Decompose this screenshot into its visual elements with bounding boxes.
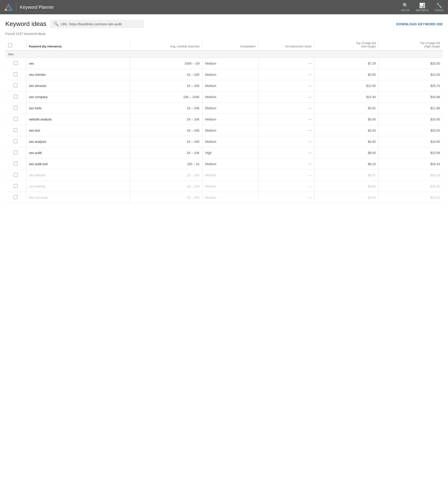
adshare-cell: — — [258, 80, 315, 91]
row-checkbox[interactable] — [14, 195, 18, 199]
table-row[interactable]: seo ranking1K – 10KMedium—$4.50$15.30 — [5, 181, 443, 192]
competition-cell: Medium — [202, 158, 258, 170]
avg-cell: 100 – 1K — [130, 158, 202, 170]
nav-goto[interactable]: 🔍 GO TO — [401, 3, 410, 12]
bid-low-cell: $5.00 — [315, 114, 379, 125]
app-title: Keyword Planner — [20, 5, 54, 10]
table-row[interactable]: seo100K – 1MMedium—$7.29$20.00 — [5, 58, 443, 69]
col-check-header[interactable] — [5, 39, 26, 50]
avg-cell: 1K – 10K — [130, 147, 202, 158]
select-all-checkbox[interactable] — [8, 43, 12, 47]
adshare-cell: — — [258, 114, 315, 125]
bid-high-cell: $20.00 — [379, 125, 443, 136]
table-row[interactable]: free seo tools1K – 10KMedium—$3.00$12.21 — [5, 192, 443, 203]
table-row[interactable]: seo checker1K – 10KMedium—$3.00$10.00 — [5, 69, 443, 80]
avg-cell: 100K – 1M — [130, 58, 202, 69]
avg-cell: 1K – 10K — [130, 192, 202, 203]
col-avg-header[interactable]: Avg. monthly searches — [130, 39, 202, 50]
avg-cell: 1K – 10K — [130, 69, 202, 80]
avg-cell: 1K – 10K — [130, 181, 202, 192]
table-row[interactable]: seo tools1K – 10KMedium—$3.82$11.68 — [5, 103, 443, 114]
download-keyword-button[interactable]: DOWNLOAD KEYWORD IDE — [396, 22, 443, 26]
avg-cell: 1K – 10K — [130, 170, 202, 181]
row-checkbox[interactable] — [14, 139, 18, 143]
row-checkbox[interactable] — [14, 61, 18, 65]
bid-low-cell: $3.00 — [315, 69, 379, 80]
competition-cell: Medium — [202, 91, 258, 103]
bid-high-cell: $11.68 — [379, 103, 443, 114]
bid-high-cell: $25.74 — [379, 80, 443, 91]
row-checkbox-cell[interactable] — [5, 125, 26, 136]
table-row[interactable]: website analysis1K – 10KMedium—$5.00$20.… — [5, 114, 443, 125]
nav-tools[interactable]: 🔧 TOOLS — [435, 3, 444, 12]
adshare-cell: — — [258, 170, 315, 181]
row-checkbox-cell[interactable] — [5, 103, 26, 114]
svg-point-3 — [10, 9, 12, 11]
table-row[interactable]: seo website1K – 10KMedium—$6.47$20.24 — [5, 170, 443, 181]
app-header: Keyword Planner 🔍 GO TO 📊 REPORTS 🔧 TOOL… — [0, 0, 448, 14]
col-adshare-header[interactable]: Ad impression share — [258, 39, 315, 50]
competition-cell: Medium — [202, 170, 258, 181]
table-row[interactable]: seo audit tool100 – 1KMedium—$6.23$20.43 — [5, 158, 443, 170]
keyword-cell: seo audit — [26, 147, 130, 158]
col-keyword-header[interactable]: Keyword (by relevance) — [26, 39, 130, 50]
nav-reports[interactable]: 📊 REPORTS — [416, 3, 428, 12]
adshare-cell: — — [258, 91, 315, 103]
svg-point-2 — [5, 9, 7, 11]
search-bar[interactable]: 🔍 URL: https://backlinko.com/seo-site-au… — [50, 20, 144, 28]
bid-high-cell: $20.00 — [379, 58, 443, 69]
bid-low-cell: $4.83 — [315, 136, 379, 147]
row-checkbox[interactable] — [14, 106, 18, 110]
keyword-cell: seo test — [26, 125, 130, 136]
row-checkbox[interactable] — [14, 117, 18, 121]
row-checkbox[interactable] — [14, 128, 18, 132]
table-row[interactable]: seo analysis1K – 10KMedium—$4.83$18.00 — [5, 136, 443, 147]
row-checkbox-cell[interactable] — [5, 69, 26, 80]
table-row[interactable]: seo services1K – 10KMedium—$12.00$25.74 — [5, 80, 443, 91]
page-header: Keyword ideas 🔍 URL: https://backlinko.c… — [5, 20, 443, 28]
competition-cell: Medium — [202, 125, 258, 136]
row-checkbox[interactable] — [14, 72, 18, 76]
page-content: Keyword ideas 🔍 URL: https://backlinko.c… — [0, 14, 448, 203]
col-bid-low-header[interactable]: Top of page bid(low range) — [315, 39, 379, 50]
row-checkbox[interactable] — [14, 150, 18, 155]
bid-high-cell: $20.43 — [379, 158, 443, 170]
bid-low-cell: $15.44 — [315, 91, 379, 103]
row-checkbox-cell[interactable] — [5, 192, 26, 203]
row-checkbox-cell[interactable] — [5, 91, 26, 103]
keyword-cell: seo website — [26, 170, 130, 181]
competition-cell: Medium — [202, 181, 258, 192]
row-checkbox-cell[interactable] — [5, 114, 26, 125]
row-checkbox-cell[interactable] — [5, 158, 26, 170]
table-row[interactable]: seo company10K – 100KMedium—$15.44$43.98 — [5, 91, 443, 103]
keyword-table-wrapper: Keyword (by relevance) Avg. monthly sear… — [5, 39, 443, 203]
col-comp-header[interactable]: Competition — [202, 39, 258, 50]
row-checkbox[interactable] — [14, 184, 18, 188]
bid-low-cell: $12.00 — [315, 80, 379, 91]
tools-icon: 🔧 — [436, 3, 442, 9]
search-icon: 🔍 — [402, 3, 408, 9]
bid-high-cell: $15.30 — [379, 181, 443, 192]
table-row[interactable]: seo test1K – 10KMedium—$3.43$20.00 — [5, 125, 443, 136]
row-checkbox-cell[interactable] — [5, 170, 26, 181]
row-checkbox-cell[interactable] — [5, 58, 26, 69]
row-checkbox[interactable] — [14, 83, 18, 87]
row-checkbox-cell[interactable] — [5, 147, 26, 158]
avg-cell: 1K – 10K — [130, 136, 202, 147]
bid-high-cell: $10.00 — [379, 69, 443, 80]
row-checkbox-cell[interactable] — [5, 181, 26, 192]
row-checkbox-cell[interactable] — [5, 80, 26, 91]
adshare-cell: — — [258, 181, 315, 192]
row-checkbox[interactable] — [14, 162, 18, 166]
row-checkbox[interactable] — [14, 173, 18, 177]
competition-cell: Medium — [202, 58, 258, 69]
adshare-cell: — — [258, 103, 315, 114]
row-checkbox[interactable] — [14, 94, 18, 99]
table-row[interactable]: seo audit1K – 10KHigh—$8.00$23.58 — [5, 147, 443, 158]
bid-high-cell: $43.98 — [379, 91, 443, 103]
col-bid-high-header[interactable]: Top of page bid(high range) — [379, 39, 443, 50]
bid-low-cell: $8.00 — [315, 147, 379, 158]
row-checkbox-cell[interactable] — [5, 136, 26, 147]
group-row: Idea — [5, 50, 443, 58]
keyword-cell: seo audit tool — [26, 158, 130, 170]
